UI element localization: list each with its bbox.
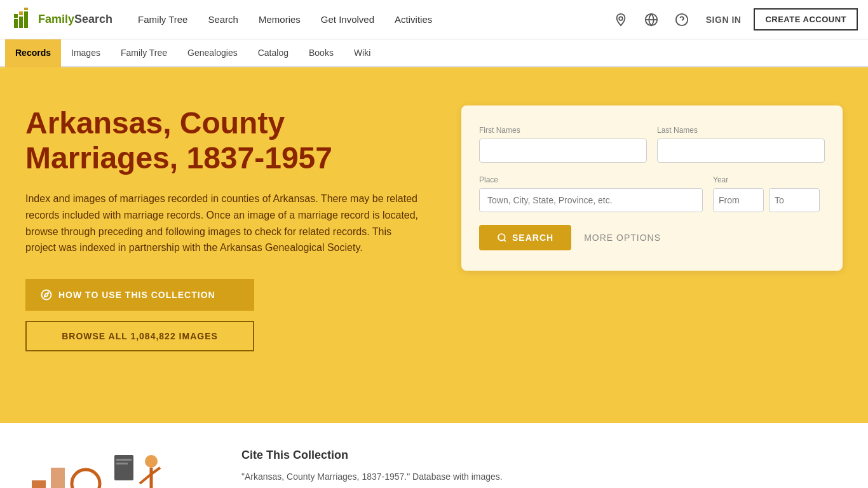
cite-text: "Arkansas, County Marriages, 1837-1957."… xyxy=(241,470,843,484)
svg-rect-1 xyxy=(14,19,18,28)
svg-point-12 xyxy=(42,290,51,299)
year-field: Year xyxy=(713,175,825,212)
nav-get-involved[interactable]: Get Involved xyxy=(311,0,384,39)
help-icon xyxy=(675,13,689,27)
last-names-field: Last Names xyxy=(657,126,825,163)
svg-marker-13 xyxy=(44,293,48,297)
page-title: Arkansas, County Marriages, 1837-1957 xyxy=(25,105,423,175)
how-to-use-button[interactable]: HOW TO USE THIS COLLECTION xyxy=(25,279,254,311)
svg-rect-17 xyxy=(51,468,65,488)
top-navigation: FamilySearch Family Tree Search Memories… xyxy=(0,0,868,39)
place-label: Place xyxy=(479,175,703,184)
cite-section: Cite This Collection "Arkansas, County M… xyxy=(241,449,843,484)
year-label: Year xyxy=(713,175,825,184)
sec-nav-images[interactable]: Images xyxy=(61,39,111,67)
nav-search[interactable]: Search xyxy=(198,0,248,39)
bar-chart-illustration xyxy=(25,455,102,488)
sec-nav-wiki[interactable]: Wiki xyxy=(344,39,381,67)
browse-all-images-button[interactable]: BROWSE ALL 1,084,822 IMAGES xyxy=(25,321,254,351)
svg-rect-4 xyxy=(24,11,28,28)
secondary-navigation: Records Images Family Tree Genealogies C… xyxy=(0,39,868,67)
hero-section: Arkansas, County Marriages, 1837-1957 In… xyxy=(0,67,868,423)
person-illustration xyxy=(114,449,165,488)
familysearch-logo-icon xyxy=(10,8,34,32)
logo-text: FamilySearch xyxy=(38,13,112,26)
logo-link[interactable]: FamilySearch xyxy=(10,8,112,32)
year-range-row xyxy=(713,188,825,212)
search-place-year-row: Place Year xyxy=(479,175,825,212)
svg-rect-21 xyxy=(116,459,132,461)
illustration-area xyxy=(25,449,216,488)
place-input[interactable] xyxy=(479,188,703,212)
svg-point-23 xyxy=(145,455,158,468)
svg-point-18 xyxy=(72,470,100,488)
first-names-input[interactable] xyxy=(479,139,647,163)
location-icon xyxy=(614,13,628,27)
svg-point-7 xyxy=(619,17,623,20)
search-action-row: SEARCH MORE OPTIONS xyxy=(479,225,825,250)
place-field: Place xyxy=(479,175,703,212)
svg-rect-3 xyxy=(19,17,23,28)
main-nav-links: Family Tree Search Memories Get Involved… xyxy=(128,0,609,39)
year-to-input[interactable] xyxy=(769,188,820,212)
svg-rect-22 xyxy=(116,463,128,464)
create-account-button[interactable]: CREATE ACCOUNT xyxy=(754,8,858,30)
nav-activities[interactable]: Activities xyxy=(384,0,442,39)
globe-icon xyxy=(644,13,658,27)
search-button[interactable]: SEARCH xyxy=(479,225,571,250)
year-from-input[interactable] xyxy=(713,188,764,212)
svg-rect-2 xyxy=(14,14,18,18)
svg-line-25 xyxy=(140,474,151,484)
sec-nav-genealogies[interactable]: Genealogies xyxy=(177,39,248,67)
more-options-button[interactable]: MORE OPTIONS xyxy=(584,233,661,243)
hero-description: Index and images of marriages recorded i… xyxy=(25,191,423,255)
svg-rect-5 xyxy=(19,11,23,15)
svg-line-15 xyxy=(504,240,506,241)
svg-point-14 xyxy=(498,234,505,241)
cite-title: Cite This Collection xyxy=(241,449,843,462)
language-icon-btn[interactable] xyxy=(640,8,663,31)
first-names-label: First Names xyxy=(479,126,647,135)
last-names-label: Last Names xyxy=(657,126,825,135)
search-icon xyxy=(497,233,507,243)
search-card: First Names Last Names Place Year xyxy=(461,105,843,271)
location-icon-btn[interactable] xyxy=(609,8,632,31)
svg-rect-6 xyxy=(24,8,28,10)
sign-in-button[interactable]: SIGN IN xyxy=(701,15,747,25)
svg-rect-16 xyxy=(32,480,46,488)
compass-icon xyxy=(41,289,52,301)
help-icon-btn[interactable] xyxy=(670,8,693,31)
sec-nav-books[interactable]: Books xyxy=(299,39,344,67)
hero-action-buttons: HOW TO USE THIS COLLECTION BROWSE ALL 1,… xyxy=(25,279,254,351)
search-name-row: First Names Last Names xyxy=(479,126,825,163)
bottom-section: Cite This Collection "Arkansas, County M… xyxy=(0,423,868,488)
nav-memories[interactable]: Memories xyxy=(248,0,311,39)
last-names-input[interactable] xyxy=(657,139,825,163)
sec-nav-records[interactable]: Records xyxy=(5,39,61,67)
sec-nav-family-tree[interactable]: Family Tree xyxy=(111,39,177,67)
nav-right-actions: SIGN IN CREATE ACCOUNT xyxy=(609,8,858,31)
nav-family-tree[interactable]: Family Tree xyxy=(128,0,198,39)
sec-nav-catalog[interactable]: Catalog xyxy=(248,39,299,67)
first-names-field: First Names xyxy=(479,126,647,163)
hero-content: Arkansas, County Marriages, 1837-1957 In… xyxy=(25,105,423,351)
